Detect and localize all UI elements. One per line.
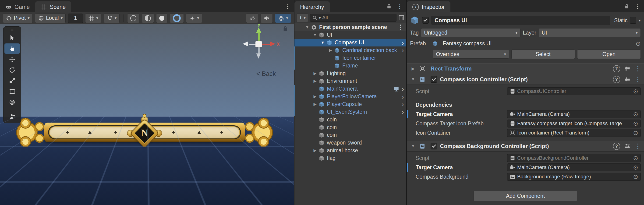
- select-prefab-button[interactable]: Select: [511, 50, 575, 59]
- static-flags-dropdown-icon[interactable]: ▾: [639, 18, 641, 22]
- help-icon[interactable]: ?: [613, 143, 620, 150]
- camera-view-toggle-button[interactable]: [170, 14, 184, 23]
- scene-options-icon[interactable]: ⋮: [398, 24, 404, 30]
- expander-icon[interactable]: ▼: [304, 25, 311, 30]
- gizmo-negative-x-axis[interactable]: [242, 41, 248, 46]
- shading-mode-button[interactable]: [127, 14, 140, 23]
- expander-icon[interactable]: ▼: [410, 77, 416, 82]
- pivot-dropdown[interactable]: Pivot ▾: [3, 14, 33, 23]
- preset-icon[interactable]: [624, 76, 630, 82]
- open-prefab-icon[interactable]: ›: [402, 101, 404, 108]
- gizmos-dropdown[interactable]: ▾: [275, 14, 291, 23]
- create-object-button[interactable]: + ▾: [296, 14, 308, 22]
- object-picker-icon[interactable]: ⊙: [633, 155, 638, 161]
- gizmo-x-axis[interactable]: [270, 41, 275, 46]
- object-picker-icon[interactable]: ⊙: [633, 111, 638, 117]
- gameobject-name-field[interactable]: Compass UI: [432, 16, 610, 25]
- preset-icon[interactable]: [624, 143, 630, 149]
- component-header-compass-icon-controller[interactable]: ▼ Compass Icon Controller (Script) ? ⋮: [407, 74, 644, 85]
- open-prefab-icon[interactable]: ›: [402, 39, 404, 46]
- script-object-field[interactable]: CompassUIController ⊙: [507, 87, 641, 95]
- gizmo-y-axis[interactable]: [256, 27, 261, 33]
- hierarchy-row[interactable]: coin: [294, 116, 406, 124]
- object-picker-icon[interactable]: ⊙: [633, 174, 638, 180]
- open-prefab-icon[interactable]: ›: [402, 108, 404, 116]
- scene-viewport[interactable]: N ≡ y x: [0, 24, 294, 205]
- lock-icon[interactable]: [624, 4, 630, 9]
- open-prefab-icon[interactable]: ›: [402, 93, 404, 100]
- compass-background-object-field[interactable]: Background image (Raw Image) ⊙: [507, 173, 641, 181]
- hierarchy-row[interactable]: flag: [294, 154, 406, 162]
- layer-dropdown[interactable]: UI ▾: [539, 28, 641, 37]
- expander-icon[interactable]: ▼: [319, 40, 326, 45]
- hierarchy-row[interactable]: coin: [294, 124, 406, 131]
- gizmo-negative-y-axis[interactable]: [256, 54, 261, 58]
- component-enabled-checkbox[interactable]: [430, 143, 437, 150]
- rect-tool-button[interactable]: [4, 86, 20, 97]
- hierarchy-menu-icon[interactable]: ⋮: [396, 3, 403, 10]
- target-icon-prefab-object-field[interactable]: Fantasy compass target icon (Compass Tar…: [507, 120, 641, 128]
- static-checkbox[interactable]: [630, 17, 636, 24]
- hierarchy-row[interactable]: ▶ PlayerFollowCamera ›: [294, 93, 406, 100]
- scene-visibility-button[interactable]: [246, 14, 258, 23]
- preset-icon[interactable]: [624, 66, 630, 72]
- transform-tool-button[interactable]: [4, 97, 20, 108]
- hierarchy-row[interactable]: MainCamera ›: [294, 85, 406, 93]
- hierarchy-row[interactable]: weapon-sword: [294, 139, 406, 147]
- overlay-grip-icon[interactable]: ≡: [4, 28, 20, 32]
- add-component-button[interactable]: Add Component: [474, 191, 577, 201]
- icon-container-object-field[interactable]: Icon container (Rect Transform) ⊙: [507, 129, 641, 137]
- hierarchy-row[interactable]: Frame: [294, 62, 406, 70]
- component-menu-icon[interactable]: ⋮: [635, 66, 641, 72]
- component-header-rect-transform[interactable]: ▶ Rect Transform ? ⋮: [407, 63, 644, 74]
- select-tool-button[interactable]: [4, 33, 20, 43]
- hierarchy-row[interactable]: ▶ animal-horse: [294, 147, 406, 154]
- open-prefab-button[interactable]: Open: [577, 50, 641, 59]
- hierarchy-row[interactable]: coin: [294, 131, 406, 139]
- audio-mute-button[interactable]: [260, 14, 273, 23]
- scale-tool-button[interactable]: [4, 76, 20, 86]
- tab-scene[interactable]: Scene: [35, 2, 71, 12]
- active-checkbox[interactable]: [422, 17, 429, 24]
- object-picker-icon[interactable]: ⊙: [633, 88, 638, 94]
- hierarchy-search-input[interactable]: ▾ All: [310, 14, 396, 22]
- expander-icon[interactable]: ▶: [312, 148, 318, 153]
- hierarchy-row[interactable]: ▶ PlayerCapsule ›: [294, 100, 406, 108]
- scene-menu-icon[interactable]: ⋮: [284, 3, 291, 10]
- grid-snap-dropdown[interactable]: ▾: [85, 14, 101, 23]
- script-object-field[interactable]: CompassBackgroundController ⊙: [507, 154, 641, 162]
- grid-size-field[interactable]: 1: [68, 14, 83, 23]
- camera-preview-icon[interactable]: [393, 86, 399, 92]
- open-prefab-icon[interactable]: ›: [402, 86, 404, 92]
- effects-dropdown[interactable]: ▾: [186, 14, 202, 23]
- component-header-compass-background-controller[interactable]: ▼ Compass Background Controller (Script)…: [407, 141, 644, 152]
- hierarchy-row[interactable]: ▼ UI: [294, 31, 406, 39]
- gizmo-lock-icon[interactable]: [282, 26, 288, 32]
- lighting-toggle-button[interactable]: [156, 14, 168, 23]
- help-icon[interactable]: ?: [613, 76, 620, 83]
- expander-icon[interactable]: ▼: [312, 33, 318, 37]
- 2d-mode-button[interactable]: [142, 14, 154, 23]
- expander-icon[interactable]: ▶: [312, 79, 318, 84]
- hierarchy-row[interactable]: ▶ Cardinal direction back ›: [294, 46, 406, 54]
- inspector-menu-icon[interactable]: ⋮: [634, 3, 641, 10]
- open-prefab-icon[interactable]: ›: [402, 47, 404, 54]
- expander-icon[interactable]: ▼: [410, 144, 416, 148]
- snap-increment-dropdown[interactable]: ▾: [104, 14, 120, 23]
- tab-game[interactable]: Game: [0, 2, 35, 12]
- view-orientation-label[interactable]: < Back: [256, 70, 276, 78]
- tab-hierarchy[interactable]: Hierarchy: [294, 2, 330, 12]
- lock-icon[interactable]: [386, 4, 392, 9]
- object-picker-icon[interactable]: ⊙: [636, 41, 641, 47]
- component-menu-icon[interactable]: ⋮: [635, 76, 641, 83]
- expander-icon[interactable]: ▶: [327, 48, 334, 53]
- object-picker-icon[interactable]: ⊙: [633, 164, 638, 170]
- rotate-tool-button[interactable]: [4, 65, 20, 75]
- open-search-window-icon[interactable]: [398, 15, 404, 21]
- component-menu-icon[interactable]: ⋮: [635, 143, 641, 150]
- expander-icon[interactable]: ▶: [312, 71, 318, 76]
- tag-dropdown[interactable]: Untagged ▾: [421, 28, 520, 37]
- hierarchy-row[interactable]: Icon container: [294, 54, 406, 62]
- target-camera-object-field[interactable]: MainCamera (Camera) ⊙: [507, 110, 641, 118]
- component-enabled-checkbox[interactable]: [430, 76, 437, 83]
